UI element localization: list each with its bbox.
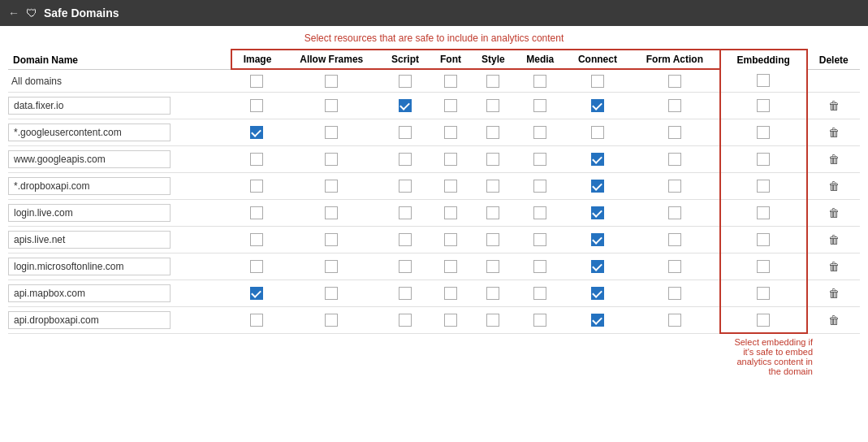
checkbox-embedding[interactable] [757, 287, 770, 300]
checkbox-script[interactable] [399, 75, 412, 88]
checkbox-embedding[interactable] [757, 206, 770, 219]
checkbox-media[interactable] [533, 314, 546, 327]
checkbox-script[interactable] [399, 233, 412, 246]
checkbox-script[interactable] [399, 180, 412, 193]
checkbox-formAction[interactable] [668, 314, 681, 327]
checkbox-style[interactable] [486, 233, 499, 246]
domain-input[interactable] [8, 177, 171, 195]
checkbox-style[interactable] [486, 260, 499, 273]
checkbox-embedding[interactable] [757, 180, 770, 193]
checkbox-embedding[interactable] [757, 314, 770, 327]
checkbox-image[interactable] [250, 99, 263, 112]
checkbox-media[interactable] [533, 99, 546, 112]
checkbox-embedding[interactable] [757, 126, 770, 139]
checkbox-font[interactable] [444, 75, 457, 88]
checkbox-connect[interactable] [591, 206, 604, 219]
checkbox-style[interactable] [486, 99, 499, 112]
checkbox-allowFrames[interactable] [325, 233, 338, 246]
checkbox-embedding[interactable] [757, 74, 770, 87]
checkbox-connect[interactable] [591, 153, 604, 166]
delete-button[interactable]: 🗑 [828, 233, 840, 246]
checkbox-connect[interactable] [591, 180, 604, 193]
checkbox-connect[interactable] [591, 233, 604, 246]
checkbox-style[interactable] [486, 287, 499, 300]
checkbox-allowFrames[interactable] [325, 314, 338, 327]
delete-button[interactable]: 🗑 [828, 126, 840, 139]
checkbox-image[interactable] [250, 314, 263, 327]
domain-input[interactable] [8, 204, 171, 222]
delete-button[interactable]: 🗑 [828, 153, 840, 166]
back-button[interactable]: ← [8, 6, 19, 20]
domain-input[interactable] [8, 150, 171, 168]
checkbox-media[interactable] [533, 260, 546, 273]
checkbox-image[interactable] [250, 233, 263, 246]
checkbox-font[interactable] [444, 153, 457, 166]
checkbox-font[interactable] [444, 287, 457, 300]
checkbox-script[interactable] [399, 314, 412, 327]
checkbox-embedding[interactable] [757, 99, 770, 112]
delete-button[interactable]: 🗑 [828, 99, 840, 112]
checkbox-style[interactable] [486, 180, 499, 193]
checkbox-allowFrames[interactable] [325, 260, 338, 273]
checkbox-script[interactable] [399, 206, 412, 219]
checkbox-font[interactable] [444, 233, 457, 246]
checkbox-embedding[interactable] [757, 260, 770, 273]
checkbox-formAction[interactable] [668, 287, 681, 300]
checkbox-font[interactable] [444, 314, 457, 327]
checkbox-image[interactable] [250, 287, 263, 300]
checkbox-formAction[interactable] [668, 206, 681, 219]
checkbox-connect[interactable] [591, 99, 604, 112]
checkbox-image[interactable] [250, 153, 263, 166]
checkbox-image[interactable] [250, 126, 263, 139]
delete-button[interactable]: 🗑 [828, 180, 840, 193]
checkbox-script[interactable] [399, 99, 412, 112]
checkbox-allowFrames[interactable] [325, 287, 338, 300]
checkbox-font[interactable] [444, 126, 457, 139]
checkbox-image[interactable] [250, 180, 263, 193]
checkbox-embedding[interactable] [757, 233, 770, 246]
checkbox-style[interactable] [486, 153, 499, 166]
checkbox-image[interactable] [250, 260, 263, 273]
checkbox-style[interactable] [486, 126, 499, 139]
checkbox-formAction[interactable] [668, 75, 681, 88]
checkbox-media[interactable] [533, 126, 546, 139]
checkbox-script[interactable] [399, 287, 412, 300]
checkbox-formAction[interactable] [668, 99, 681, 112]
delete-button[interactable]: 🗑 [828, 287, 840, 300]
delete-button[interactable]: 🗑 [828, 260, 840, 273]
checkbox-style[interactable] [486, 75, 499, 88]
checkbox-allowFrames[interactable] [325, 126, 338, 139]
checkbox-style[interactable] [486, 206, 499, 219]
checkbox-allowFrames[interactable] [325, 99, 338, 112]
checkbox-embedding[interactable] [757, 153, 770, 166]
checkbox-media[interactable] [533, 233, 546, 246]
domain-input[interactable] [8, 258, 171, 275]
checkbox-media[interactable] [533, 153, 546, 166]
checkbox-connect[interactable] [591, 126, 604, 139]
checkbox-connect[interactable] [591, 287, 604, 300]
checkbox-image[interactable] [250, 75, 263, 88]
checkbox-font[interactable] [444, 99, 457, 112]
checkbox-formAction[interactable] [668, 126, 681, 139]
checkbox-formAction[interactable] [668, 260, 681, 273]
domain-input[interactable] [8, 97, 171, 115]
checkbox-font[interactable] [444, 180, 457, 193]
delete-button[interactable]: 🗑 [828, 314, 840, 327]
checkbox-script[interactable] [399, 126, 412, 139]
checkbox-formAction[interactable] [668, 233, 681, 246]
checkbox-script[interactable] [399, 260, 412, 273]
domain-input[interactable] [8, 311, 171, 329]
domain-input[interactable] [8, 284, 171, 302]
domain-input[interactable] [8, 124, 171, 141]
checkbox-formAction[interactable] [668, 180, 681, 193]
checkbox-media[interactable] [533, 206, 546, 219]
checkbox-style[interactable] [486, 314, 499, 327]
checkbox-allowFrames[interactable] [325, 75, 338, 88]
checkbox-allowFrames[interactable] [325, 153, 338, 166]
checkbox-font[interactable] [444, 260, 457, 273]
checkbox-script[interactable] [399, 153, 412, 166]
checkbox-font[interactable] [444, 206, 457, 219]
checkbox-allowFrames[interactable] [325, 206, 338, 219]
checkbox-media[interactable] [533, 287, 546, 300]
delete-button[interactable]: 🗑 [828, 206, 840, 219]
